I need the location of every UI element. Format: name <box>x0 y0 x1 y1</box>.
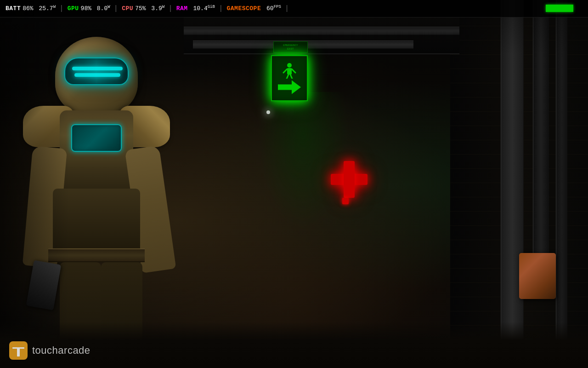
toucharcade-logo-icon <box>9 341 28 360</box>
fps-bar-fill <box>546 5 573 12</box>
cpu-label: CPU <box>122 5 133 12</box>
svg-line-4 <box>287 75 288 79</box>
svg-line-2 <box>283 69 287 73</box>
ram-value: 10.4GiB <box>190 5 215 12</box>
character-belt <box>48 248 145 262</box>
sep-1: | <box>59 5 64 13</box>
ceiling-spotlight <box>266 110 270 114</box>
svg-line-3 <box>292 69 295 73</box>
gamescope-label: GAMESCOPE <box>227 5 261 12</box>
toucharcade-watermark: toucharcade <box>9 341 90 360</box>
batt-watts-value: 25.7W <box>35 5 56 12</box>
game-character <box>23 37 170 368</box>
svg-line-5 <box>290 75 292 79</box>
character-helmet <box>55 37 138 115</box>
exit-sign <box>271 55 308 101</box>
cpu-watts-sup: W <box>162 5 164 9</box>
ta-logo-svg <box>11 344 25 357</box>
gpu-percent-value: 98% <box>81 5 91 12</box>
mech-body <box>519 253 556 299</box>
hud-overlay-bar: BATT 86% 25.7W | GPU 98% 8.0W | CPU 75% … <box>0 0 588 17</box>
gpu-watts-sup: W <box>107 5 110 9</box>
visor-strip-top <box>72 67 123 70</box>
emergency-text: EMERGENCY EXIT <box>283 44 298 50</box>
ceiling-pipe-1 <box>184 27 459 35</box>
svg-rect-1 <box>287 68 292 75</box>
character-chest <box>60 110 133 193</box>
cpu-watts-value: 3.9W <box>148 5 165 12</box>
batt-percent-value: 86% <box>23 5 33 12</box>
batt-watts-sup: W <box>53 5 56 9</box>
svg-point-0 <box>287 63 292 68</box>
chest-panel-display <box>71 124 122 152</box>
game-screen: EMERGENCY EXIT <box>0 0 588 368</box>
fps-bar-graph <box>546 5 582 12</box>
character-visor <box>64 58 129 85</box>
svg-rect-7 <box>17 347 20 356</box>
gpu-watts-value: 8.0W <box>93 5 110 12</box>
emergency-sign: EMERGENCY EXIT <box>273 41 308 53</box>
mechanical-element <box>519 253 574 322</box>
ram-label: RAM <box>176 5 188 12</box>
sep-4: | <box>219 5 223 13</box>
pipe-2 <box>533 0 549 294</box>
fps-unit: FPS <box>274 5 281 9</box>
red-cross-indicator <box>331 161 368 198</box>
cpu-percent-value: 75% <box>135 5 146 12</box>
character-weapon <box>26 260 61 310</box>
red-indicator-light <box>342 198 349 204</box>
exit-person-icon <box>283 63 296 79</box>
toucharcade-brand-name: toucharcade <box>32 345 90 356</box>
gamescope-fps-value: 60FPS <box>263 5 281 12</box>
visor-strip-bottom <box>74 73 120 77</box>
ram-unit: GiB <box>208 5 215 9</box>
sep-5: | <box>285 5 289 13</box>
ceiling-structure <box>184 17 459 54</box>
sep-3: | <box>168 5 173 13</box>
exit-arrow <box>278 80 301 94</box>
sep-2: | <box>114 5 119 13</box>
cross-vertical <box>344 161 355 198</box>
gpu-label: GPU <box>68 5 79 12</box>
batt-label: BATT <box>6 5 21 12</box>
